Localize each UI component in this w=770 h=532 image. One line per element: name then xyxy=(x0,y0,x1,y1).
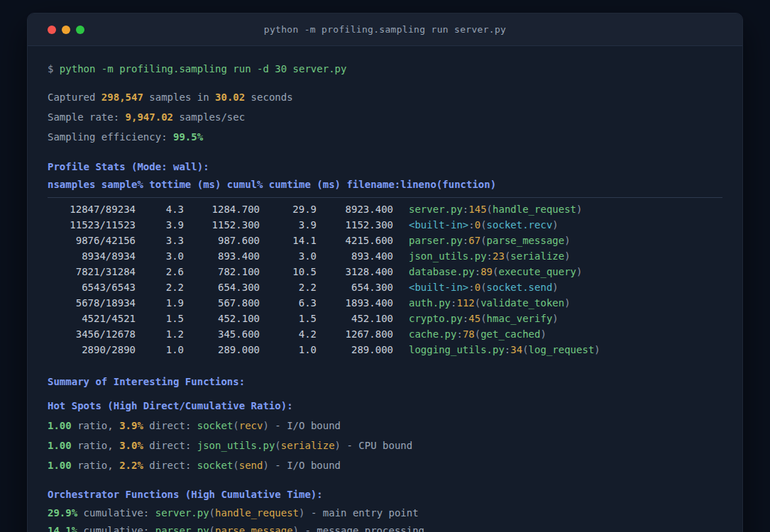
table-row: 11523/115233.91152.3003.91152.300<built-… xyxy=(48,217,722,233)
cell-cumtime: 1267.800 xyxy=(317,326,393,342)
terminal-body[interactable]: $ python -m profiling.sampling run -d 30… xyxy=(28,46,742,532)
lparen: ( xyxy=(275,440,280,451)
table-row: 12847/892344.31284.70029.98923.400server… xyxy=(48,201,722,217)
cumulative-label: cumulative: xyxy=(77,507,155,519)
cell-cumul-pct: 2.2 xyxy=(260,279,317,295)
table-row: 8934/89343.0893.4003.0893.400json_utils.… xyxy=(48,248,722,264)
profile-stats-heading: Profile Stats (Mode: wall): xyxy=(48,157,722,177)
ratio-label: ratio, xyxy=(72,460,119,471)
traffic-lights xyxy=(48,13,84,45)
cell-tottime: 567.800 xyxy=(184,295,260,311)
rparen: ) xyxy=(335,440,341,451)
lineno: 0 xyxy=(475,282,480,293)
cell-nsamples: 11523/11523 xyxy=(48,217,136,233)
colon: : xyxy=(475,266,480,277)
cell-tottime: 893.400 xyxy=(184,248,260,264)
function-name: socket.recv xyxy=(487,219,553,231)
sample-rate-line: Sample rate: 9,947.02 samples/sec xyxy=(48,107,722,127)
efficiency-line: Sampling efficiency: 99.5% xyxy=(48,127,722,147)
colon: : xyxy=(468,282,474,293)
cell-cumul-pct: 4.2 xyxy=(260,326,317,342)
efficiency-value: 99.5% xyxy=(173,131,203,143)
maximize-button[interactable] xyxy=(76,26,84,34)
cell-nsamples: 8934/8934 xyxy=(48,248,136,264)
rparen: ) xyxy=(564,235,570,246)
item-description: - main entry point xyxy=(304,507,418,519)
filename: json_utils.py xyxy=(409,250,487,262)
lineno: 45 xyxy=(468,313,480,324)
lineno: 145 xyxy=(468,204,486,215)
filename: auth.py xyxy=(409,297,451,309)
direct-pct: 3.0% xyxy=(119,440,143,451)
lineno: 0 xyxy=(475,219,480,231)
table-row: 5678/189341.9567.8006.31893.400auth.py:1… xyxy=(48,295,722,311)
filename: <built-in> xyxy=(409,282,468,293)
cell-sample-pct: 1.2 xyxy=(136,326,184,342)
orchestrator-item: 29.9% cumulative: server.py(handle_reque… xyxy=(48,504,722,522)
orchestrator-heading: Orchestrator Functions (High Cumulative … xyxy=(48,484,722,504)
target-name: json_utils.py xyxy=(197,440,275,451)
function-name: get_cached xyxy=(480,328,540,340)
table-row: 4521/45211.5452.1001.5452.100crypto.py:4… xyxy=(48,311,722,326)
arg-name: parse_message xyxy=(215,525,293,532)
cell-location: crypto.py:45(hmac_verify) xyxy=(409,311,559,326)
filename: parser.py xyxy=(409,235,463,246)
cell-cumtime: 654.300 xyxy=(317,279,393,295)
function-name: log_request xyxy=(529,344,595,355)
rparen: ) xyxy=(552,219,558,231)
cumulative-label: cumulative: xyxy=(77,525,155,532)
cell-cumul-pct: 3.9 xyxy=(260,217,317,233)
hot-spot-item: 1.00 ratio, 2.2% direct: socket(send) - … xyxy=(48,455,722,475)
sample-rate-label: Sample rate: xyxy=(48,111,126,123)
function-name: parse_message xyxy=(487,235,565,246)
item-description: - I/O bound xyxy=(269,420,341,431)
cell-sample-pct: 1.0 xyxy=(136,342,184,358)
cell-nsamples: 9876/42156 xyxy=(48,233,136,248)
filename: logging_utils.py xyxy=(409,344,505,355)
efficiency-label: Sampling efficiency: xyxy=(48,131,173,143)
lineno: 67 xyxy=(468,235,480,246)
cell-location: json_utils.py:23(serialize) xyxy=(409,248,571,264)
item-description: - message processing xyxy=(299,525,424,532)
lineno: 34 xyxy=(510,344,522,355)
lparen: ( xyxy=(475,328,480,340)
cell-nsamples: 2890/2890 xyxy=(48,342,136,358)
item-description: - I/O bound xyxy=(269,460,341,471)
cell-sample-pct: 2.2 xyxy=(136,279,184,295)
summary-heading: Summary of Interesting Functions: xyxy=(48,372,722,392)
rparen: ) xyxy=(564,250,570,262)
cell-location: <built-in>:0(socket.recv) xyxy=(409,217,559,233)
direct-label: direct: xyxy=(143,420,197,431)
function-name: serialize xyxy=(510,250,564,262)
cell-cumtime: 893.400 xyxy=(317,248,393,264)
cell-location: database.py:89(execute_query) xyxy=(409,264,582,279)
lparen: ( xyxy=(233,460,238,471)
cumulative-pct: 29.9% xyxy=(48,507,77,519)
cell-location: <built-in>:0(socket.send) xyxy=(409,279,559,295)
cell-cumul-pct: 1.0 xyxy=(260,342,317,358)
window-title: python -m profiling.sampling run server.… xyxy=(264,24,506,35)
lineno: 89 xyxy=(480,266,493,277)
lparen: ( xyxy=(480,235,486,246)
function-name: handle_request xyxy=(493,204,576,215)
cell-tottime: 345.600 xyxy=(184,326,260,342)
title-bar[interactable]: python -m profiling.sampling run server.… xyxy=(28,13,742,46)
close-button[interactable] xyxy=(48,26,56,34)
rparen: ) xyxy=(263,460,268,471)
item-description: - CPU bound xyxy=(341,440,412,451)
cell-cumul-pct: 14.1 xyxy=(260,233,317,248)
filename: <built-in> xyxy=(409,219,468,231)
minimize-button[interactable] xyxy=(62,26,70,34)
cell-sample-pct: 3.3 xyxy=(136,233,184,248)
lparen: ( xyxy=(475,297,480,309)
cell-sample-pct: 4.3 xyxy=(136,201,184,217)
table-row: 2890/28901.0289.0001.0289.000logging_uti… xyxy=(48,342,722,358)
target-name: socket xyxy=(197,460,233,471)
rparen: ) xyxy=(263,420,268,431)
cell-location: server.py:145(handle_request) xyxy=(409,201,582,217)
lineno: 23 xyxy=(493,250,505,262)
cell-tottime: 987.600 xyxy=(184,233,260,248)
hot-spots-heading: Hot Spots (High Direct/Cumulative Ratio)… xyxy=(48,396,722,416)
lparen: ( xyxy=(522,344,528,355)
cell-sample-pct: 3.0 xyxy=(136,248,184,264)
